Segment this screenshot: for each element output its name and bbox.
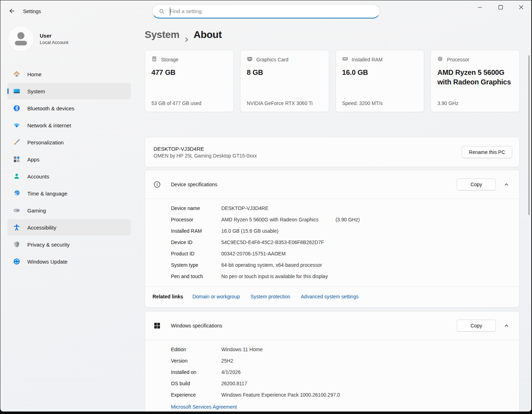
spec-label: Pen and touch: [171, 271, 221, 282]
spec-value: 26200.8117: [221, 378, 247, 389]
search-box[interactable]: [152, 4, 380, 18]
spec-value: No pen or touch input is available for t…: [221, 271, 328, 282]
copy-windows-specs-button[interactable]: Copy: [457, 320, 496, 332]
chevron-up-icon[interactable]: [504, 323, 509, 329]
related-links-label: Related links: [153, 294, 183, 299]
close-icon: [519, 5, 523, 11]
card-value: 477 GB: [151, 68, 227, 77]
rename-pc-button[interactable]: Rename this PC: [462, 146, 512, 158]
processor-icon: [437, 56, 443, 63]
personalization-icon: [12, 138, 21, 146]
user-meta: User Local Account: [40, 33, 68, 45]
maximize-icon: [498, 5, 503, 11]
network-icon: [12, 121, 21, 129]
text-caret: [170, 7, 170, 16]
page-title: About: [194, 28, 222, 42]
spec-label: Edition: [171, 344, 221, 355]
windows-update-icon: [12, 258, 21, 265]
sidebar-nav: Home System Bluetooth & devices Net: [0, 65, 139, 270]
link-domain-workgroup[interactable]: Domain or workgroup: [192, 294, 240, 299]
vertical-scrollbar[interactable]: [528, 55, 530, 215]
card-processor: Processor AMD Ryzen 5 5600G with Radeon …: [431, 50, 520, 112]
sidebar-item-network-internet[interactable]: Network & internet: [7, 117, 131, 133]
windows-logo-icon: [154, 322, 161, 329]
copy-device-specs-button[interactable]: Copy: [457, 178, 496, 191]
back-button[interactable]: [7, 7, 16, 16]
link-advanced-system-settings[interactable]: Advanced system settings: [301, 294, 359, 299]
device-name-panel: DESKTOP-VJ3D4RE OMEN by HP 25L Gaming De…: [145, 137, 520, 167]
privacy-security-icon: [12, 241, 21, 248]
accessibility-icon: [12, 223, 21, 231]
storage-icon: [151, 56, 157, 63]
breadcrumb: System About: [145, 28, 520, 42]
window-controls: [470, 0, 531, 15]
spec-extra: (3.90 GHz): [336, 214, 360, 225]
link-system-protection[interactable]: System protection: [250, 294, 290, 299]
maximize-button[interactable]: [490, 0, 511, 15]
spec-label: Experience: [171, 389, 221, 401]
sidebar-item-label: Home: [27, 71, 41, 77]
bluetooth-icon: [12, 104, 21, 112]
device-specs-body: Device name DESKTOP-VJ3D4RE Processor AM…: [145, 199, 519, 286]
sidebar-item-label: Gaming: [27, 208, 46, 214]
sidebar-item-label: Accessibility: [27, 225, 56, 231]
settings-window: Settings User: [0, 0, 531, 412]
sidebar-item-personalization[interactable]: Personalization: [7, 134, 131, 150]
sidebar-item-accounts[interactable]: Accounts: [7, 168, 131, 184]
sidebar-item-gaming[interactable]: Gaming: [7, 202, 131, 219]
sidebar-item-label: Apps: [27, 156, 39, 162]
sidebar-item-privacy-security[interactable]: Privacy & security: [7, 236, 131, 253]
minimize-button[interactable]: [470, 0, 490, 15]
spec-label: OS build: [171, 378, 221, 389]
spec-row-pen-touch: Pen and touch No pen or touch input is a…: [171, 271, 511, 282]
user-account-block[interactable]: User Local Account: [8, 26, 68, 51]
sidebar-item-label: Network & internet: [27, 122, 71, 128]
spec-row-installed-ram: Installed RAM 16.0 GB (15.6 GB usable): [171, 225, 511, 237]
graphics-card-icon: [247, 56, 253, 63]
sidebar-item-system[interactable]: System: [7, 83, 131, 99]
link-microsoft-services-agreement[interactable]: Microsoft Services Agreement: [171, 404, 237, 410]
spec-label: Installed on: [171, 366, 221, 378]
accounts-icon: [12, 172, 21, 180]
spec-row-device-id: Device ID 54C9EC5D-E4F6-45C2-B353-E06F8B…: [171, 237, 511, 248]
section-title: Device specifications: [171, 182, 217, 187]
close-button[interactable]: [511, 0, 531, 15]
main-content: System About Storage 477 GB 53 GB of 477…: [139, 23, 531, 412]
sidebar-item-label: Windows Update: [27, 259, 67, 265]
device-name-block: DESKTOP-VJ3D4RE OMEN by HP 25L Gaming De…: [154, 146, 257, 159]
spec-label: Device ID: [171, 237, 221, 248]
spec-value: 4/1/2026: [221, 366, 241, 378]
home-icon: [12, 70, 21, 78]
sidebar-item-home[interactable]: Home: [7, 66, 131, 82]
search-input[interactable]: [165, 8, 379, 14]
card-value: 16.0 GB: [342, 68, 418, 77]
spec-label: Product ID: [171, 248, 221, 259]
device-specs-header[interactable]: Device specifications Copy: [145, 170, 519, 199]
spec-value: Windows 11 Home: [221, 344, 262, 355]
spec-row-version: Version 25H2: [171, 355, 511, 366]
card-detail: NVIDIA GeForce RTX 3060 Ti: [247, 100, 322, 106]
card-detail: Speed: 3200 MT/s: [342, 100, 418, 106]
windows-specs-header[interactable]: Windows specifications Copy: [145, 311, 519, 340]
search-icon: [159, 9, 165, 14]
spec-row-experience: Experience Windows Feature Experience Pa…: [171, 389, 511, 401]
card-detail: 53 GB of 477 GB used: [151, 100, 227, 106]
device-model: OMEN by HP 25L Gaming Desktop GT15-0xxx: [154, 153, 257, 159]
card-graphics: Graphics Card 8 GB NVIDIA GeForce RTX 30…: [240, 50, 329, 112]
card-value: AMD Ryzen 5 5600G with Radeon Graphics: [437, 68, 513, 87]
info-icon: [154, 181, 161, 188]
breadcrumb-system[interactable]: System: [145, 28, 179, 42]
chevron-up-icon[interactable]: [504, 182, 509, 187]
spec-label: Processor: [171, 214, 221, 225]
sidebar-item-time-language[interactable]: Time & language: [7, 185, 131, 202]
spec-label: Device name: [171, 203, 221, 214]
sidebar-item-windows-update[interactable]: Windows Update: [7, 253, 131, 270]
sidebar-item-accessibility[interactable]: Accessibility: [7, 219, 131, 236]
sidebar-item-bluetooth-devices[interactable]: Bluetooth & devices: [7, 100, 131, 116]
windows-specifications-section: Windows specifications Copy Edition Wind…: [145, 311, 520, 412]
avatar: [8, 26, 34, 51]
sidebar-item-apps[interactable]: Apps: [7, 151, 131, 167]
device-specifications-section: Device specifications Copy Device name D…: [145, 170, 520, 308]
card-label: Graphics Card: [256, 57, 288, 62]
sidebar-item-label: Bluetooth & devices: [27, 105, 74, 111]
